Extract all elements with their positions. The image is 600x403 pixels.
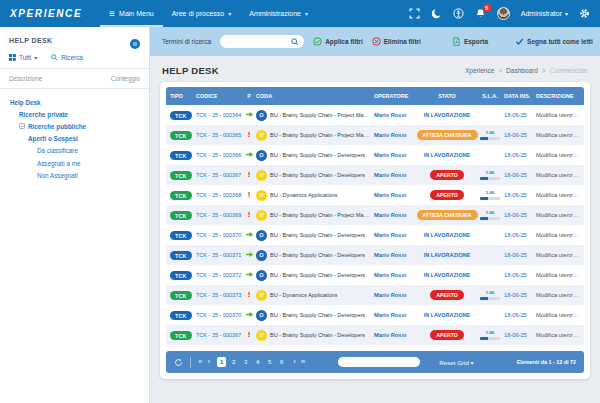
- breadcrumb-item[interactable]: Dashboard: [506, 67, 538, 74]
- clear-filters-button[interactable]: Elimina filtri: [372, 37, 421, 46]
- export-file-icon: [452, 37, 461, 46]
- column-header-operatore[interactable]: OPERATORE: [374, 93, 416, 99]
- table-row[interactable]: TCK TCK - 25 - 000371 OBU - Brainy Suppl…: [166, 245, 584, 265]
- priority-normal-icon: [245, 313, 254, 319]
- search-icon[interactable]: [291, 38, 299, 46]
- table-row[interactable]: TCK TCK - 25 - 000365 ! UBU - Brainy Sup…: [166, 125, 584, 145]
- queue-letter-badge: U: [256, 290, 267, 301]
- table-row[interactable]: TCK TCK - 25 - 000373 ! UBU - Dynamics A…: [166, 285, 584, 305]
- reset-grid-button[interactable]: Reset Grid ▾: [439, 359, 473, 366]
- table-row[interactable]: TCK TCK - 25 - 000367 ! UBU - Brainy Sup…: [166, 325, 584, 345]
- page-header: HELP DESK Xperience>Dashboard>Commercial…: [150, 56, 600, 82]
- tree-item[interactable]: Ricerche private: [4, 108, 145, 120]
- notifications-bell-icon[interactable]: 5: [475, 8, 486, 19]
- first-page-button[interactable]: «: [198, 358, 202, 366]
- column-header-tipo[interactable]: TIPO: [170, 93, 194, 99]
- results-grid: TIPOCODICEPCODAOPERATORESTATOS.L.A.DATA …: [160, 82, 590, 379]
- tree-column-descrizione[interactable]: Descrizione: [9, 75, 42, 82]
- page-button-6[interactable]: 6: [277, 357, 286, 367]
- ticket-code-link[interactable]: TCK - 25 - 000370: [196, 232, 242, 238]
- page-button-2[interactable]: 2: [229, 357, 238, 367]
- table-row[interactable]: TCK TCK - 25 - 000364 OBU - Brainy Suppl…: [166, 105, 584, 125]
- accessibility-icon[interactable]: [453, 8, 464, 19]
- status-badge: APERTO: [430, 330, 464, 340]
- ticket-code-link[interactable]: TCK - 25 - 000367: [196, 332, 242, 338]
- page-button-4[interactable]: 4: [253, 357, 262, 367]
- collapse-icon[interactable]: −: [19, 123, 25, 129]
- ticket-type-badge: TCK: [170, 191, 192, 200]
- priority-normal-icon: [245, 273, 254, 279]
- user-avatar[interactable]: [497, 7, 510, 20]
- nav-amministrazione[interactable]: Amministrazione ▾: [240, 0, 317, 27]
- ticket-code-link[interactable]: TCK - 25 - 000366: [196, 152, 242, 158]
- table-row[interactable]: TCK TCK - 25 - 000369 ! UBU - Brainy Sup…: [166, 205, 584, 225]
- column-header-data-ins-[interactable]: DATA INS.: [504, 93, 534, 99]
- column-header-s-l-a-[interactable]: S.L.A.: [482, 93, 498, 99]
- filters-toolbar: Termini di ricerca Applica filtri Elimin…: [150, 27, 600, 56]
- page-button-1[interactable]: 1: [217, 357, 226, 367]
- breadcrumb-item[interactable]: Xperience: [465, 67, 494, 74]
- user-menu[interactable]: Administrator ▾: [521, 10, 568, 17]
- last-page-button[interactable]: »: [301, 358, 305, 366]
- clear-filters-label: Elimina filtri: [384, 38, 421, 45]
- table-row[interactable]: TCK TCK - 25 - 000366 OBU - Brainy Suppl…: [166, 145, 584, 165]
- nav-main-menu[interactable]: ≡ Main Menu: [100, 0, 162, 27]
- ticket-code-link[interactable]: TCK - 25 - 000371: [196, 252, 242, 258]
- column-header-codice[interactable]: CODICE: [196, 93, 242, 99]
- column-header-p[interactable]: P: [247, 93, 251, 99]
- settings-gear-icon[interactable]: [579, 8, 590, 19]
- mark-all-read-button[interactable]: Segna tutti come letti: [515, 37, 593, 46]
- search-box: [220, 35, 304, 48]
- apply-filters-button[interactable]: Applica filtri: [313, 37, 363, 46]
- sidebar-options-button[interactable]: [130, 35, 140, 45]
- queue-name: BU - Brainy Supply Chain - Project Manag…: [270, 112, 372, 118]
- page-size-select[interactable]: [338, 357, 420, 367]
- queue-name: BU - Brainy Supply Chain - Developers: [270, 312, 365, 318]
- nav-aree-di-processo[interactable]: Aree di processo ▾: [163, 0, 241, 27]
- dark-mode-moon-icon[interactable]: [431, 8, 442, 19]
- refresh-icon[interactable]: [174, 358, 183, 367]
- table-row[interactable]: TCK TCK - 25 - 000367 ! UBU - Brainy Sup…: [166, 165, 584, 185]
- next-page-button[interactable]: ›: [293, 358, 296, 366]
- tree-search-button[interactable]: Ricerca: [51, 54, 83, 61]
- fullscreen-icon[interactable]: [409, 8, 420, 19]
- tree-item[interactable]: Help Desk: [4, 96, 145, 108]
- ticket-code-link[interactable]: TCK - 25 - 000370: [196, 312, 242, 318]
- tree-item[interactable]: Aperti o Sospesi: [4, 133, 145, 145]
- page-button-3[interactable]: 3: [241, 357, 250, 367]
- chevron-down-icon: ▾: [228, 10, 231, 17]
- table-row[interactable]: TCK TCK - 25 - 000372 OBU - Brainy Suppl…: [166, 265, 584, 285]
- status-badge: APERTO: [430, 170, 464, 180]
- priority-normal-icon: [245, 253, 254, 259]
- ticket-description: Modifica utenza...: [536, 332, 580, 338]
- tree-item[interactable]: Assegnati a me: [4, 157, 145, 169]
- sla-indicator: 1:00: [480, 170, 500, 180]
- ticket-code-link[interactable]: TCK - 25 - 000365: [196, 132, 242, 138]
- ticket-code-link[interactable]: TCK - 25 - 000364: [196, 112, 242, 118]
- table-row[interactable]: TCK TCK - 25 - 000370 OBU - Brainy Suppl…: [166, 305, 584, 325]
- tree-item-label: Assegnati a me: [37, 160, 80, 167]
- table-row[interactable]: TCK TCK - 25 - 000370 OBU - Brainy Suppl…: [166, 225, 584, 245]
- main-content: Termini di ricerca Applica filtri Elimin…: [150, 27, 600, 403]
- ticket-code-link[interactable]: TCK - 25 - 000369: [196, 212, 242, 218]
- ticket-code-link[interactable]: TCK - 25 - 000373: [196, 292, 242, 298]
- priority-high-icon: !: [248, 210, 251, 219]
- table-row[interactable]: TCK TCK - 25 - 000368 ! UBU - Dynamics A…: [166, 185, 584, 205]
- tree-item[interactable]: Non Assegnati: [4, 169, 145, 181]
- prev-page-button[interactable]: ‹: [207, 358, 210, 366]
- priority-high-icon: !: [248, 330, 251, 339]
- column-header-descrizione[interactable]: DESCRIZIONE: [536, 93, 580, 99]
- ticket-code-link[interactable]: TCK - 25 - 000368: [196, 192, 242, 198]
- top-navbar: XPERIENCE ≡ Main Menu Aree di processo ▾…: [0, 0, 600, 27]
- ticket-code-link[interactable]: TCK - 25 - 000367: [196, 172, 242, 178]
- export-button[interactable]: Esporta: [452, 37, 488, 46]
- app-logo[interactable]: XPERIENCE: [10, 8, 82, 19]
- tree-item[interactable]: −Ricerche pubbliche: [4, 120, 145, 132]
- tree-item[interactable]: Da classificare: [4, 145, 145, 157]
- filter-tutti-dropdown[interactable]: Tutti ▾: [9, 54, 37, 61]
- tree-column-conteggio[interactable]: Conteggio: [111, 75, 140, 82]
- column-header-coda[interactable]: CODA: [256, 93, 372, 99]
- page-button-5[interactable]: 5: [265, 357, 274, 367]
- ticket-code-link[interactable]: TCK - 25 - 000372: [196, 272, 242, 278]
- column-header-stato[interactable]: STATO: [438, 93, 456, 99]
